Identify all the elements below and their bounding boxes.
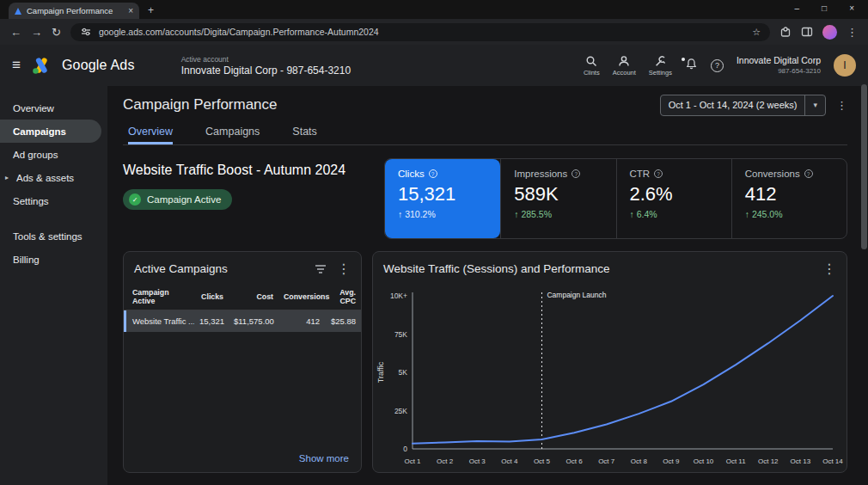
svg-text:75K: 75K <box>394 330 407 339</box>
sidebar-item-tools-settings[interactable]: Tools & settings <box>0 224 101 248</box>
kpi-card-conversions[interactable]: Conversions? 412 ↑ 245.0% <box>731 159 847 238</box>
tab-close-icon[interactable]: × <box>128 6 133 15</box>
svg-text:Oct 6: Oct 6 <box>566 457 584 465</box>
svg-text:Oct 3: Oct 3 <box>469 457 486 465</box>
forward-icon[interactable]: → <box>31 26 42 39</box>
active-account-label: Active account <box>181 55 351 64</box>
svg-text:Oct 2: Oct 2 <box>437 457 454 465</box>
kpi-strip: Clicks? 15,321 ↑ 310.2% Impressions? 589… <box>384 158 847 239</box>
sidebar-item-ad-groups[interactable]: Ad groups <box>0 143 101 166</box>
check-icon: ✓ <box>129 193 141 206</box>
hamburger-menu-icon[interactable]: ≡ <box>12 57 21 74</box>
profile-name: Innovate Digital Corp <box>737 55 821 66</box>
chart-kebab-icon[interactable]: ⋮ <box>822 261 836 277</box>
svg-text:Oct 10: Oct 10 <box>694 457 714 465</box>
brand-title: Google Ads <box>62 58 135 73</box>
campaigns-kebab-icon[interactable]: ⋮ <box>337 261 351 277</box>
url-text[interactable]: google.ads.com/accounts/Digita/Campaign.… <box>99 27 745 37</box>
extensions-icon[interactable] <box>779 26 792 38</box>
account-button[interactable]: Account <box>613 55 636 77</box>
col-conversions: Conversions <box>278 284 325 310</box>
sidebar-item-ads-assets[interactable]: ▸Ads & assets <box>0 166 101 189</box>
svg-text:Oct 7: Oct 7 <box>598 457 615 465</box>
kpi-card-ctr[interactable]: CTR? 2.6% ↑ 6.4% <box>616 159 731 238</box>
window-minimize-button[interactable]: – <box>795 3 800 13</box>
clients-label: Clints <box>584 69 600 77</box>
svg-text:Campaign Launch: Campaign Launch <box>547 291 606 299</box>
svg-text:Oct 1: Oct 1 <box>404 457 421 465</box>
kpi-value: 15,321 <box>398 183 487 206</box>
traffic-chart: 025K5K75K10K+Oct 1Oct 2Oct 3Oct 4Oct 5Oc… <box>373 284 845 471</box>
site-info-icon[interactable] <box>80 26 92 38</box>
active-campaigns-card: Active Campaigns ⋮ <box>123 251 362 473</box>
kpi-delta: ↑ 310.2% <box>398 209 487 219</box>
bookmark-star-icon[interactable]: ☆ <box>752 27 761 38</box>
svg-text:Oct 8: Oct 8 <box>631 457 648 465</box>
svg-text:Traffic: Traffic <box>376 361 385 383</box>
profile-avatar[interactable]: I <box>834 54 856 77</box>
address-bar[interactable]: google.ads.com/accounts/Digita/Campaign.… <box>70 23 770 41</box>
kpi-card-clicks[interactable]: Clicks? 15,321 ↑ 310.2% <box>385 159 500 238</box>
page-scrollbar <box>861 45 867 485</box>
settings-button[interactable]: Settings <box>649 55 672 77</box>
chevron-down-icon: ▾ <box>813 101 817 109</box>
search-icon <box>585 55 597 67</box>
kpi-value: 2.6% <box>630 183 718 206</box>
tab-bar: Overview Campaigns Stats <box>123 122 847 145</box>
tab-favicon-icon <box>15 8 21 15</box>
campaign-status-badge: ✓ Campaign Active <box>123 189 232 210</box>
show-more-link[interactable]: Show more <box>287 445 361 472</box>
browser-profile-avatar[interactable] <box>822 25 837 40</box>
active-campaigns-title: Active Campaigns <box>134 262 228 275</box>
tab-overview[interactable]: Overview <box>128 126 173 144</box>
tab-stats[interactable]: Stats <box>292 126 317 144</box>
help-icon: ? <box>804 169 813 178</box>
new-tab-button[interactable]: + <box>148 4 154 16</box>
active-account-block: Active account Innovate Digital Corp - 9… <box>181 55 351 77</box>
browser-tabstrip: Campaign Performance × + – □ × <box>0 0 868 19</box>
settings-label: Settings <box>649 69 672 77</box>
up-arrow-icon: ↑ <box>630 209 634 219</box>
wrench-icon <box>654 55 666 67</box>
main-content: Campaign Performance Oct 1 - Oct 14, 202… <box>107 86 868 485</box>
date-range-selector[interactable]: Oct 1 - Oct 14, 2024 (2 weeks) ▾ <box>660 95 826 116</box>
sidebar-item-campaigns[interactable]: Campaigns <box>0 120 101 143</box>
help-icon: ? <box>429 169 437 178</box>
help-button[interactable]: ? <box>711 59 724 72</box>
table-row[interactable]: Website Traffic ... 15,321 $11,575.00 41… <box>124 310 361 333</box>
svg-text:25K: 25K <box>394 407 407 415</box>
up-arrow-icon: ↑ <box>745 209 749 219</box>
expand-right-icon: ▸ <box>5 174 13 181</box>
side-panel-icon[interactable] <box>801 26 813 38</box>
tab-campaigns[interactable]: Campaigns <box>205 126 260 144</box>
page-title: Campaign Performance <box>123 96 278 114</box>
svg-text:10K+: 10K+ <box>390 292 407 300</box>
google-ads-logo-icon <box>31 57 52 75</box>
back-icon[interactable]: ← <box>10 26 21 39</box>
sidebar-item-settings[interactable]: Settings <box>0 189 101 212</box>
window-maximize-button[interactable]: □ <box>822 3 827 13</box>
sidebar-item-billing[interactable]: Billing <box>0 248 101 271</box>
sidebar-item-overview[interactable]: Overview <box>0 96 101 120</box>
clients-button[interactable]: Clints <box>584 55 600 77</box>
notifications-button[interactable] <box>685 58 698 74</box>
browser-tab[interactable]: Campaign Performance × <box>9 3 139 19</box>
up-arrow-icon: ↑ <box>514 209 518 219</box>
page-kebab-icon[interactable]: ⋮ <box>836 99 847 112</box>
scrollbar-thumb[interactable] <box>861 84 867 249</box>
kpi-card-impressions[interactable]: Impressions? 589K ↑ 285.5% <box>500 159 615 238</box>
profile-block: Innovate Digital Corp 987-654-3210 <box>737 55 821 75</box>
bell-icon <box>685 58 698 71</box>
col-clicks: Clicks <box>194 284 229 310</box>
browser-menu-kebab-icon[interactable]: ⋮ <box>847 26 858 39</box>
help-icon: ? <box>572 169 580 178</box>
campaign-status-text: Campaign Active <box>147 194 221 205</box>
help-icon: ? <box>654 169 663 178</box>
reload-icon[interactable]: ↻ <box>52 26 61 39</box>
up-arrow-icon: ↑ <box>398 209 402 219</box>
filter-icon[interactable] <box>315 264 327 274</box>
notification-dot <box>682 58 685 61</box>
chart-title: Website Traffic (Sessions) and Performan… <box>383 262 610 275</box>
window-close-button[interactable]: × <box>849 3 854 13</box>
col-campaign: Campaign Active <box>124 284 194 310</box>
